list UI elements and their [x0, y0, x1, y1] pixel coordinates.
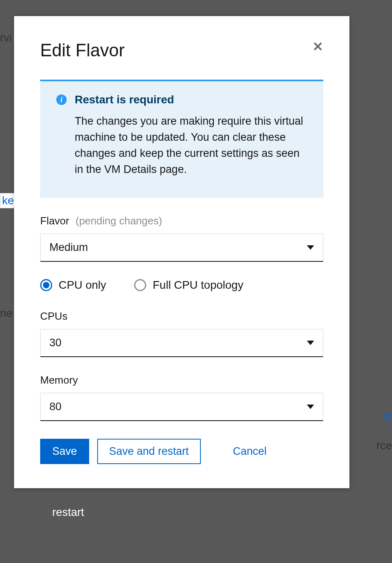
flavor-label: Flavor	[40, 215, 69, 227]
radio-dot-icon	[43, 282, 49, 288]
memory-label: Memory	[40, 374, 323, 386]
save-button[interactable]: Save	[40, 439, 89, 464]
chevron-down-icon	[307, 405, 314, 409]
radio-full-cpu-topology[interactable]: Full CPU topology	[134, 279, 243, 292]
bg-fragment: restart	[52, 506, 84, 519]
modal-footer: Save Save and restart Cancel	[40, 439, 323, 464]
modal-title: Edit Flavor	[40, 40, 125, 60]
edit-flavor-modal: Edit Flavor ✕ i Restart is required The …	[14, 16, 349, 488]
save-and-restart-button[interactable]: Save and restart	[97, 439, 201, 464]
radio-cpu-only[interactable]: CPU only	[40, 279, 106, 292]
radio-label: Full CPU topology	[153, 279, 243, 292]
chevron-down-icon	[307, 341, 314, 345]
memory-value: 80	[49, 401, 61, 413]
restart-required-alert: i Restart is required The changes you ar…	[40, 80, 323, 198]
flavor-select[interactable]: Medium	[40, 234, 323, 262]
cpus-select[interactable]: 30	[40, 329, 323, 357]
alert-body: The changes you are making require this …	[75, 113, 307, 178]
chevron-down-icon	[307, 245, 314, 250]
bg-fragment: rce	[376, 439, 392, 452]
pending-changes-text: (pending changes)	[76, 215, 162, 227]
flavor-field: Flavor (pending changes) Medium	[40, 215, 323, 262]
cancel-button[interactable]: Cancel	[221, 439, 279, 464]
flavor-label-row: Flavor (pending changes)	[40, 215, 323, 227]
modal-header: Edit Flavor ✕	[40, 40, 323, 60]
cpus-label: CPUs	[40, 310, 323, 323]
close-icon: ✕	[312, 39, 323, 54]
radio-icon	[40, 279, 52, 291]
radio-label: CPU only	[59, 279, 106, 292]
radio-icon	[134, 279, 146, 291]
bg-fragment: ry	[383, 409, 392, 422]
alert-title: Restart is required	[75, 93, 174, 106]
memory-select[interactable]: 80	[40, 393, 323, 421]
flavor-value: Medium	[49, 241, 88, 254]
close-button[interactable]: ✕	[312, 40, 323, 53]
cpu-mode-radio-group: CPU only Full CPU topology	[40, 279, 323, 292]
cpus-field: CPUs 30	[40, 310, 323, 357]
alert-header: i Restart is required	[56, 93, 307, 106]
info-icon: i	[56, 95, 67, 105]
memory-field: Memory 80	[40, 374, 323, 421]
cpus-value: 30	[49, 337, 61, 349]
bg-fragment: rvi	[0, 31, 12, 44]
